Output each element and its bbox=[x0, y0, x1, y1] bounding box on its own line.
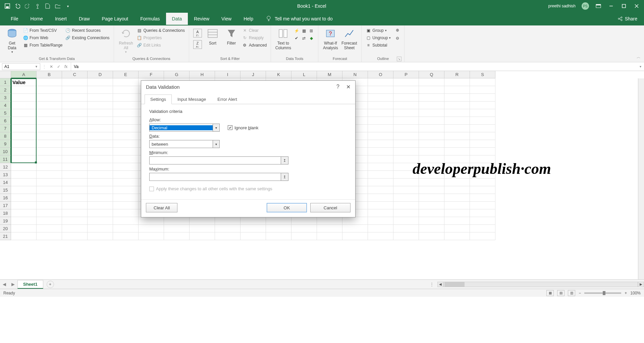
cell[interactable] bbox=[393, 148, 419, 155]
cell[interactable] bbox=[88, 225, 113, 232]
cell[interactable] bbox=[37, 78, 62, 86]
tab-insert[interactable]: Insert bbox=[49, 13, 73, 25]
minimum-input[interactable]: ↥ bbox=[149, 156, 288, 164]
name-box[interactable]: A1 ▼ bbox=[2, 63, 40, 70]
cell[interactable] bbox=[62, 109, 88, 117]
cell[interactable] bbox=[62, 86, 88, 94]
sheet-tab-active[interactable]: Sheet1 bbox=[17, 280, 43, 289]
existing-connections-button[interactable]: 🔗Existing Connections bbox=[65, 35, 110, 41]
cell[interactable] bbox=[62, 117, 88, 125]
cell[interactable] bbox=[37, 232, 62, 240]
clear-all-button[interactable]: Clear All bbox=[146, 203, 177, 212]
close-icon[interactable]: ✕ bbox=[346, 84, 351, 90]
column-header[interactable]: J bbox=[240, 71, 266, 78]
cell[interactable] bbox=[419, 225, 444, 232]
cell[interactable] bbox=[419, 179, 444, 186]
cell[interactable] bbox=[444, 78, 470, 86]
cell[interactable] bbox=[419, 117, 444, 125]
cell[interactable] bbox=[113, 140, 139, 148]
cell[interactable] bbox=[419, 194, 444, 202]
cell[interactable] bbox=[393, 132, 419, 140]
cell[interactable] bbox=[113, 148, 139, 155]
cell[interactable] bbox=[11, 125, 37, 132]
cell[interactable] bbox=[11, 232, 37, 240]
cell[interactable] bbox=[88, 78, 113, 86]
cell[interactable] bbox=[11, 171, 37, 179]
cell[interactable] bbox=[393, 140, 419, 148]
cell[interactable] bbox=[62, 125, 88, 132]
cell[interactable] bbox=[291, 232, 317, 240]
cell[interactable] bbox=[113, 225, 139, 232]
sheet-nav-next[interactable]: ▶ bbox=[9, 282, 17, 287]
cell[interactable] bbox=[444, 179, 470, 186]
fx-icon[interactable]: fx bbox=[64, 64, 67, 69]
cell[interactable] bbox=[393, 94, 419, 101]
cell[interactable] bbox=[164, 232, 190, 240]
data-dropdown[interactable]: between ▾ bbox=[149, 140, 220, 148]
flash-fill-icon[interactable]: ⚡ bbox=[294, 28, 299, 33]
ungroup-button[interactable]: ▢Ungroup ▾ bbox=[366, 35, 391, 41]
cell[interactable] bbox=[342, 225, 368, 232]
outline-launcher[interactable]: ↘ bbox=[397, 57, 401, 61]
from-text-csv-button[interactable]: 📄From Text/CSV bbox=[23, 27, 63, 33]
queries-connections-button[interactable]: ▤Queries & Connections bbox=[137, 27, 185, 33]
cell[interactable] bbox=[419, 125, 444, 132]
cell[interactable] bbox=[37, 171, 62, 179]
row-header[interactable]: 19 bbox=[0, 217, 11, 225]
column-header[interactable]: L bbox=[291, 71, 317, 78]
remove-dup-icon[interactable]: ▦ bbox=[301, 28, 307, 33]
cell[interactable] bbox=[139, 225, 164, 232]
cell[interactable] bbox=[88, 109, 113, 117]
cell[interactable] bbox=[470, 94, 495, 101]
cell[interactable] bbox=[37, 140, 62, 148]
cell[interactable] bbox=[419, 86, 444, 94]
row-header[interactable]: 17 bbox=[0, 202, 11, 209]
cell[interactable] bbox=[368, 109, 393, 117]
cell[interactable] bbox=[444, 132, 470, 140]
cell[interactable] bbox=[62, 140, 88, 148]
cell[interactable] bbox=[444, 209, 470, 217]
cell[interactable] bbox=[368, 209, 393, 217]
cell[interactable] bbox=[368, 179, 393, 186]
cell[interactable] bbox=[190, 225, 215, 232]
cell[interactable] bbox=[37, 86, 62, 94]
redo-icon[interactable] bbox=[25, 3, 30, 9]
chevron-down-icon[interactable]: ▼ bbox=[35, 65, 38, 68]
cell[interactable] bbox=[11, 194, 37, 202]
row-header[interactable]: 3 bbox=[0, 94, 11, 101]
cell[interactable] bbox=[368, 86, 393, 94]
range-select-icon[interactable]: ↥ bbox=[281, 173, 288, 181]
cell[interactable] bbox=[62, 225, 88, 232]
cell[interactable] bbox=[62, 202, 88, 209]
column-header[interactable]: A bbox=[11, 71, 37, 78]
cell[interactable] bbox=[62, 148, 88, 155]
cell[interactable] bbox=[393, 186, 419, 194]
cell[interactable] bbox=[62, 132, 88, 140]
horizontal-scrollbar[interactable] bbox=[443, 282, 638, 287]
cell[interactable] bbox=[342, 232, 368, 240]
cell[interactable] bbox=[393, 78, 419, 86]
row-header[interactable]: 20 bbox=[0, 225, 11, 232]
cell[interactable] bbox=[342, 217, 368, 225]
vertical-scrollbar[interactable] bbox=[638, 78, 644, 279]
cell[interactable] bbox=[291, 217, 317, 225]
dialog-tab-error-alert[interactable]: Error Alert bbox=[212, 94, 243, 104]
cell[interactable] bbox=[11, 94, 37, 101]
close-icon[interactable] bbox=[633, 3, 640, 9]
select-all-corner[interactable] bbox=[0, 71, 11, 78]
ribbon-display-icon[interactable] bbox=[595, 3, 602, 9]
cell[interactable] bbox=[215, 225, 240, 232]
undo-icon[interactable] bbox=[15, 3, 20, 9]
cell[interactable] bbox=[11, 179, 37, 186]
enter-formula-icon[interactable]: ✓ bbox=[57, 64, 60, 69]
row-header[interactable]: 11 bbox=[0, 155, 11, 163]
cell[interactable] bbox=[113, 117, 139, 125]
cell[interactable] bbox=[470, 202, 495, 209]
cell[interactable] bbox=[37, 109, 62, 117]
cell[interactable] bbox=[190, 217, 215, 225]
cell[interactable] bbox=[393, 202, 419, 209]
cell[interactable] bbox=[37, 148, 62, 155]
cell[interactable] bbox=[37, 217, 62, 225]
cell[interactable] bbox=[266, 225, 291, 232]
text-to-columns-button[interactable]: Text to Columns bbox=[274, 27, 292, 51]
